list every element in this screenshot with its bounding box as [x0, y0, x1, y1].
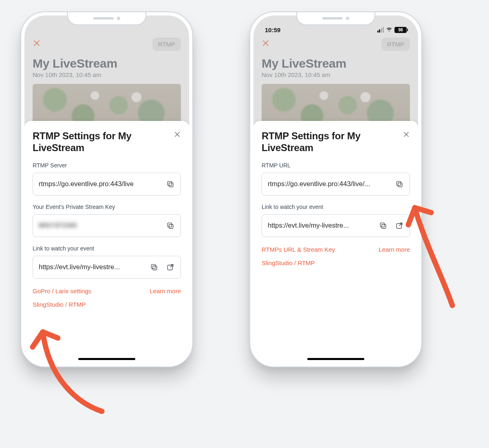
phone-mockup-left: RTMP My LiveStream Nov 10th 2023, 10:45 … — [20, 11, 193, 367]
rtmp-url-field[interactable]: rtmps://go.eventlive.pro:443/live/... — [262, 173, 410, 195]
phone-notch — [67, 12, 146, 25]
home-indicator[interactable] — [78, 358, 135, 360]
slingstudio-link[interactable]: SlingStudio / RTMP — [262, 259, 410, 266]
battery-icon: 98 — [394, 27, 407, 33]
svg-rect-3 — [167, 223, 172, 227]
stream-key-label: Your Event's Private Stream Key — [33, 204, 181, 210]
home-indicator[interactable] — [307, 358, 364, 360]
svg-rect-4 — [153, 266, 157, 270]
rtmp-url-label: RTMP URL — [262, 162, 410, 169]
svg-rect-1 — [167, 181, 172, 185]
slingstudio-link[interactable]: SlingStudio / RTMP — [33, 301, 181, 308]
svg-rect-10 — [380, 223, 384, 227]
volume-button — [248, 77, 250, 90]
gopro-larix-link[interactable]: GoPro / Larix settings — [33, 288, 91, 294]
rtmp-server-label: RTMP Server — [33, 162, 181, 169]
rtmp-server-value: rtmps://go.eventlive.pro:443/live — [39, 180, 161, 188]
volume-button — [248, 126, 250, 149]
rtmp-server-field[interactable]: rtmps://go.eventlive.pro:443/live — [33, 173, 181, 195]
sheet-title: RTMP Settings for My LiveStream — [33, 130, 155, 154]
phone-screen: RTMP My LiveStream Nov 10th 2023, 10:45 … — [24, 15, 189, 363]
watch-link-label: Link to watch your event — [33, 245, 181, 252]
watch-link-field[interactable]: https://evt.live/my-livestre... — [33, 256, 181, 279]
watch-link-label: Link to watch your event — [262, 204, 410, 210]
volume-button — [248, 98, 250, 120]
status-bar: 10:59 98 — [253, 15, 418, 39]
copy-icon[interactable] — [392, 177, 406, 191]
external-link-icon[interactable] — [163, 260, 177, 274]
watch-link-value: https://evt.live/my-livestre... — [39, 263, 145, 271]
rtmps-url-link[interactable]: RTMPs URL & Stream Key — [262, 246, 335, 253]
power-button — [192, 102, 194, 134]
speaker-slot — [93, 17, 114, 20]
svg-rect-0 — [169, 182, 173, 187]
close-sheet-button[interactable] — [403, 131, 410, 140]
rtmp-settings-sheet: RTMP Settings for My LiveStream RTMP URL… — [253, 121, 418, 363]
external-link-icon[interactable] — [392, 219, 406, 233]
front-camera — [117, 17, 120, 20]
rtmp-url-value: rtmps://go.eventlive.pro:443/live/... — [268, 180, 390, 188]
wifi-icon — [386, 26, 392, 34]
volume-button — [19, 98, 21, 120]
phone-screen: 10:59 98 RTMP My LiveStream Nov 10th 202… — [253, 15, 418, 363]
copy-icon[interactable] — [163, 219, 177, 233]
svg-rect-8 — [396, 181, 401, 185]
svg-rect-9 — [382, 224, 386, 228]
copy-icon[interactable] — [147, 260, 161, 274]
svg-rect-7 — [398, 182, 402, 187]
volume-button — [19, 126, 21, 149]
learn-more-link[interactable]: Learn more — [379, 246, 410, 253]
volume-button — [19, 77, 21, 90]
svg-rect-2 — [169, 224, 173, 228]
power-button — [421, 102, 423, 134]
close-sheet-button[interactable] — [174, 131, 181, 140]
learn-more-link[interactable]: Learn more — [150, 288, 181, 294]
rtmp-settings-sheet: RTMP Settings for My LiveStream RTMP Ser… — [24, 121, 189, 363]
svg-rect-5 — [151, 264, 155, 268]
copy-icon[interactable] — [163, 177, 177, 191]
sheet-title: RTMP Settings for My LiveStream — [262, 130, 384, 154]
stream-key-field[interactable]: MNYIFONK — [33, 214, 181, 237]
copy-icon[interactable] — [376, 219, 390, 233]
status-time: 10:59 — [265, 26, 280, 33]
watch-link-value: https://evt.live/my-livestre... — [268, 222, 374, 229]
cellular-icon — [377, 27, 384, 33]
watch-link-field[interactable]: https://evt.live/my-livestre... — [262, 214, 410, 237]
phone-mockup-right: 10:59 98 RTMP My LiveStream Nov 10th 202… — [249, 11, 422, 367]
stream-key-value: MNYIFONK — [39, 222, 161, 229]
